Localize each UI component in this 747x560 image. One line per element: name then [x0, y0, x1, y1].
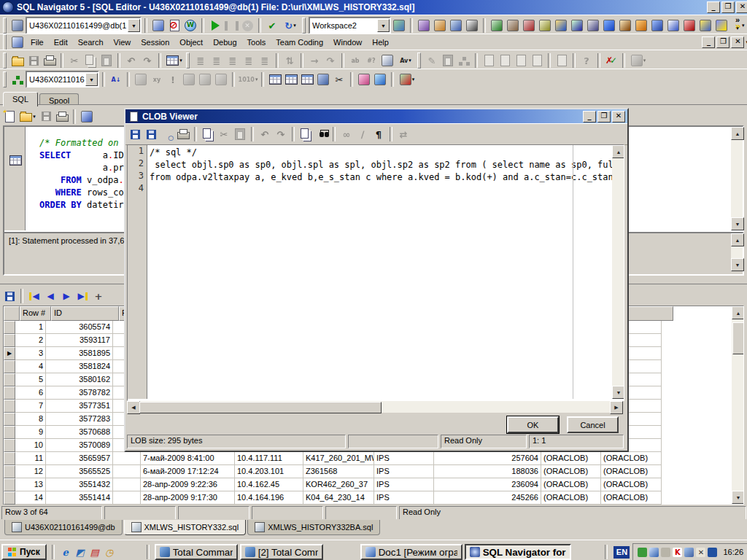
grid-cell[interactable]: 10.4.117.111 [235, 452, 303, 465]
editor-vscrollbar[interactable]: ▲ ▼ [731, 127, 743, 230]
gear-blue-icon[interactable] [650, 18, 665, 33]
grid-cell[interactable]: 3581824 [46, 360, 113, 373]
clob-text[interactable]: /* sql */ select objl.sp0 as sp0, objl.s… [150, 147, 611, 394]
connect-session-icon[interactable] [10, 18, 25, 33]
clob-minimize-button[interactable]: _ [583, 111, 596, 122]
audio-icon[interactable] [661, 548, 670, 557]
toolbar-grip[interactable] [3, 52, 7, 69]
redo-icon[interactable]: ↷ [140, 53, 155, 68]
export-table-icon[interactable] [489, 18, 504, 33]
sort-data-icon[interactable] [522, 18, 536, 33]
row-selector[interactable] [4, 452, 15, 465]
agent-icon[interactable] [638, 548, 647, 557]
display-icon[interactable] [708, 548, 717, 557]
grid-cell[interactable]: 3 [15, 347, 46, 360]
close-button[interactable]: ✕ [736, 1, 747, 13]
grid-cell[interactable]: 6 [15, 386, 46, 400]
toolbar-overflow-button[interactable]: » ▾ [731, 16, 744, 32]
ok-button[interactable]: OK [507, 416, 559, 433]
insert-record-icon[interactable]: + [91, 289, 106, 303]
grid-scroll-up-icon[interactable]: ▲ [732, 306, 744, 319]
edit-buffer-icon[interactable] [80, 109, 94, 124]
menu-window[interactable]: Window [328, 35, 367, 50]
grid-cell[interactable]: 13 [15, 478, 46, 491]
grid-header-row-[interactable]: Row # [20, 306, 51, 321]
indent-first-icon[interactable]: ≣ [193, 53, 208, 68]
toolbar-grip[interactable] [186, 52, 190, 69]
grid-cell[interactable]: 3551432 [46, 478, 113, 491]
clob-text-area[interactable]: 1234 /* sql */ select objl.sp0 as sp0, o… [127, 144, 624, 401]
cut-clob-icon[interactable]: ✂ [217, 127, 231, 141]
binary-view-icon[interactable]: 1010▾ [239, 72, 258, 87]
grid-cell[interactable]: 3580162 [46, 373, 113, 386]
grid-cell[interactable]: 3581895 [46, 347, 113, 360]
select-all-icon[interactable] [298, 127, 313, 141]
redo-clob-icon[interactable]: ↷ [274, 127, 288, 141]
calendar-icon[interactable] [666, 18, 681, 33]
save-sql-icon[interactable] [39, 109, 53, 124]
edit-object-icon[interactable] [433, 18, 447, 33]
task-button-4[interactable]: SQL Navigator for ... [465, 544, 571, 560]
row-selector[interactable]: ▶ [4, 347, 15, 360]
minimize-button[interactable]: _ [707, 1, 720, 13]
clob-scroll-up-icon[interactable]: ▲ [612, 145, 624, 158]
workspace-combo[interactable]: Workspace2▼ [309, 17, 391, 34]
grid-cell[interactable] [113, 465, 141, 478]
grid-cell[interactable]: IPS [374, 491, 434, 505]
grid-row[interactable]: 1235655256-май-2009 17:12:2410.4.203.101… [4, 465, 743, 478]
cut-icon[interactable]: ✂ [67, 53, 82, 68]
clob-hscrollbar[interactable]: ◀ ▶ [127, 401, 623, 413]
grid-view-icon-dropdown-icon[interactable]: ▾ [179, 58, 182, 63]
menu-file[interactable]: File [26, 35, 49, 50]
result-grid-icon[interactable] [268, 72, 282, 87]
grid-cell[interactable]: 3577283 [46, 413, 113, 426]
save-clob-icon[interactable] [128, 127, 142, 141]
undo-clob-icon[interactable]: ↶ [258, 127, 272, 141]
grid-cell[interactable] [113, 452, 141, 465]
doc-tab-xmlws-history332ba-sql[interactable]: XMLWS_HISTORY332BA.sql [247, 520, 380, 535]
xy-chart-icon[interactable]: xy [150, 72, 164, 87]
tab-sql[interactable]: SQL [3, 92, 38, 106]
offline-icon[interactable]: ✕ [696, 548, 705, 557]
row-selector[interactable] [4, 386, 15, 400]
session-combo[interactable]: U436X0211016▼ [26, 71, 99, 88]
report-icon[interactable] [373, 72, 387, 87]
mdi-close-button[interactable]: ✕ [731, 36, 744, 48]
grid-popup-icon[interactable] [300, 72, 314, 87]
grid-cell[interactable]: 7-май-2009 8:41:00 [141, 452, 235, 465]
mdi-restore-button[interactable]: ❐ [716, 36, 729, 48]
print-icon[interactable] [42, 53, 57, 68]
grid-cell[interactable]: 3570089 [46, 439, 113, 452]
filter-icon[interactable] [465, 18, 479, 33]
next-record-icon[interactable]: ▶ [59, 289, 74, 303]
grid-cell[interactable]: 257604 [434, 452, 541, 465]
task-button-1[interactable]: Total Commander 7.... [155, 544, 238, 560]
visualize-icon[interactable] [357, 72, 371, 87]
grid-cell[interactable]: 10.4.164.196 [235, 491, 303, 505]
menu-tools[interactable]: Tools [242, 35, 271, 50]
grid-cell[interactable]: 3593117 [46, 334, 113, 347]
grid-cell[interactable]: 3565525 [46, 465, 113, 478]
copy-icon[interactable] [83, 53, 98, 68]
first-record-icon[interactable]: ◀ [27, 289, 42, 303]
clob-maximize-button[interactable]: ❐ [597, 111, 611, 122]
rollback-icon[interactable] [198, 72, 212, 87]
binary-view-icon-dropdown-icon[interactable]: ▾ [255, 77, 258, 82]
check-syntax-icon[interactable] [604, 53, 619, 68]
grid-cell[interactable]: 236094 [434, 478, 541, 491]
refresh-icon[interactable]: ↻▾ [281, 18, 300, 33]
grid-cell[interactable]: (ORACLOB) [541, 478, 601, 491]
grid-cell[interactable]: 3565957 [46, 452, 113, 465]
grid-cell[interactable]: (ORACLOB) [541, 465, 601, 478]
grid-cell[interactable]: 3605574 [46, 321, 113, 334]
org-chart-icon[interactable] [570, 18, 584, 33]
scroll-up-icon[interactable]: ▲ [731, 127, 744, 140]
mdi-minimize-button[interactable]: _ [702, 36, 715, 48]
open-sql-icon[interactable]: ▾ [18, 109, 37, 124]
menu-help[interactable]: Help [367, 35, 394, 50]
task-button-3[interactable]: Doc1 [Режим огран... [360, 544, 462, 560]
grid-cell[interactable]: 28-апр-2009 9:22:36 [141, 478, 235, 491]
row-selector[interactable] [4, 373, 15, 386]
restore-button[interactable]: ❐ [721, 1, 735, 13]
save-file-icon[interactable] [26, 53, 41, 68]
